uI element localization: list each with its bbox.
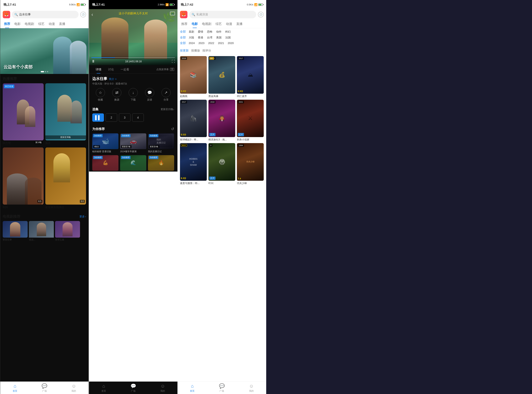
for-you-badge-3: 为你推荐: [149, 134, 158, 137]
tab-tv-3[interactable]: 电视剧: [200, 20, 214, 28]
tab-live-1[interactable]: 直播: [57, 20, 67, 28]
filter-hk[interactable]: 香港: [197, 35, 204, 40]
nav-profile-2[interactable]: ☺ 我的: [148, 384, 177, 393]
nav-home-3[interactable]: ⌂ 首页: [177, 384, 207, 393]
tab-recommend-1[interactable]: 推荐: [2, 20, 12, 28]
nav-home-2[interactable]: ⌂ 首页: [89, 384, 119, 393]
movie-card-yewen[interactable]: 🥋 0 正片 叶问: [209, 143, 235, 185]
rec-refresh-icon[interactable]: ↺: [171, 127, 174, 131]
filter-france[interactable]: 法国: [224, 35, 232, 40]
tab-variety-3[interactable]: 综艺: [214, 20, 224, 28]
movie-card-jinglinglvshe[interactable]: 🧛 2018 正片 精灵旅社3：疯...: [209, 100, 235, 142]
status-right-2: 2.9M/s 📶: [158, 3, 174, 6]
tab-movie-1[interactable]: 电影: [12, 20, 23, 28]
tv-cast-icon[interactable]: 📺: [170, 12, 175, 15]
nav-profile-1[interactable]: ☺ 我的: [59, 384, 89, 393]
tab-movie-3[interactable]: 电影: [189, 20, 200, 28]
video-back-button[interactable]: ‹: [91, 12, 93, 17]
nav-tabs-3: 推荐 电影 电视剧 综艺 动漫 直播: [177, 20, 266, 28]
video-brief-link[interactable]: 简介 >: [109, 77, 117, 81]
search-input-wrap-1[interactable]: 🔍 边水往事: [12, 11, 78, 18]
nav-home-1[interactable]: ⌂ 首页: [0, 384, 30, 393]
history-icon-1[interactable]: 🕐: [80, 12, 86, 17]
episode-btn-2[interactable]: 2: [106, 113, 117, 122]
card-guzhou[interactable]: 更新至36集 孤舟: [45, 83, 86, 145]
rec-card-4[interactable]: 💪 为你推荐: [92, 155, 119, 172]
movie-img-gongfu: 功夫少林 1994 7.4: [237, 143, 264, 181]
action-collect[interactable]: ☆ 收藏: [92, 88, 109, 102]
filter-comedy[interactable]: 喜剧: [188, 30, 195, 34]
movie-card-xingqiu[interactable]: 🦍 2017 8.5分 猩球崛起3：终...: [180, 100, 207, 142]
filter-romance[interactable]: 爱情: [197, 30, 204, 34]
rec-card-6[interactable]: 🔥 为你推荐: [148, 155, 174, 172]
card-gouzhen[interactable]: 8.5 狗阵: [3, 147, 44, 209]
drama-card-2[interactable]: 戏说...: [29, 221, 54, 241]
nav-plaza-2[interactable]: 💬 广场: [119, 384, 148, 393]
detail-tab-discuss[interactable]: 讨论: [105, 65, 117, 73]
filter-action[interactable]: 动作: [215, 30, 223, 34]
tab-recommend-3[interactable]: 推荐: [179, 20, 189, 28]
episode-btn-3[interactable]: 3: [119, 113, 130, 122]
hero-banner-1[interactable]: 云边有个小卖部: [0, 28, 89, 74]
filter-mainland[interactable]: 大陆: [188, 35, 195, 40]
detail-tab-watch[interactable]: 一起看: [117, 65, 133, 73]
fullscreen-button[interactable]: ⛶: [172, 60, 175, 63]
movie-card-heijin[interactable]: 💰 2010 BD 黑金风暴: [209, 56, 235, 98]
search-input-wrap-3[interactable]: 🔍 私藏浪漫: [189, 11, 256, 18]
filter-2024[interactable]: 2024: [188, 41, 196, 45]
episode-header: 选集 更新至15集 ›: [92, 107, 174, 111]
tab-anime-1[interactable]: 动漫: [47, 20, 57, 28]
tab-variety-1[interactable]: 综艺: [36, 20, 47, 28]
tab-live-3[interactable]: 直播: [234, 20, 245, 28]
movie-card-gangrenboqi[interactable]: ⛰ 2017 8.9分 冈仁波齐: [237, 56, 264, 98]
video-player[interactable]: 🌿 ‹ 这小子的眼神儿不太对 📺 ⏸ 18:14/01:06:16 ⛶: [89, 9, 177, 65]
rec-card-5[interactable]: 🌊 为你推荐: [120, 155, 146, 172]
history-icon-3[interactable]: 🕐: [258, 12, 264, 17]
filter-label-region: 全部: [180, 36, 188, 39]
filter-2021[interactable]: 2021: [217, 41, 225, 45]
danmaku-button[interactable]: 点我发弹幕 弹: [156, 65, 174, 73]
filter-scifi[interactable]: 科幻: [224, 30, 232, 34]
sort-by-rating[interactable]: 按评分: [202, 49, 211, 52]
video-detail-meta: 中国大陆 · 评分:9.0 · 观看487次: [92, 82, 174, 86]
progress-bar[interactable]: [91, 57, 175, 58]
episode-btn-1[interactable]: ▌▌: [92, 113, 104, 122]
filter-taiwan[interactable]: 台湾: [206, 35, 214, 40]
movie-title-xingqiu: 猩球崛起3：终...: [180, 138, 207, 141]
filter-2022[interactable]: 2022: [207, 41, 215, 45]
nav-plaza-1[interactable]: 💬 广场: [30, 384, 59, 393]
feedback-icon: 💬: [145, 88, 154, 97]
nav-plaza-3[interactable]: 💬 广场: [207, 384, 236, 393]
nav-profile-3[interactable]: ☺ 我的: [237, 384, 266, 393]
movie-card-gongfu[interactable]: 功夫少林 1994 7.4 功夫少林: [237, 143, 264, 185]
year-badge-xingqiu: 2017: [181, 100, 187, 104]
sort-by-update[interactable]: 按更新: [180, 49, 189, 52]
sort-by-play[interactable]: 按播放: [191, 49, 200, 52]
card-sifangguan[interactable]: 你正在追 第14集 四方馆: [3, 83, 44, 145]
rec-card-whale[interactable]: 🐋 为你推荐 4集全 鲸的秘密 普通话版: [92, 133, 119, 153]
action-source[interactable]: ⇄ 换源: [109, 88, 125, 102]
rec-card-car[interactable]: 🚗 为你推荐 更新至7集 2024懂车帝夏测: [120, 133, 146, 153]
movie-card-qipaoxian[interactable]: 📚 2018 9.0分 起跑线: [180, 56, 207, 98]
episode-btn-4[interactable]: 4: [132, 113, 144, 122]
rec-card-live[interactable]: 我的直播日记 为你推荐 更新至8集 我的直播日记: [148, 133, 174, 153]
movie-card-cisha[interactable]: ⚔ 2021 正片 刺杀小说家: [237, 100, 264, 142]
movie-card-suzhuang[interactable]: HOBBS&SHAW IMAX 8.3分 速度与激情：特...: [180, 143, 207, 185]
action-share[interactable]: ↗ 分享: [158, 88, 174, 102]
drama-card-3[interactable]: 珠帘玉幕: [55, 221, 80, 241]
action-download[interactable]: ↓ 下载: [125, 88, 141, 102]
card-huanying[interactable]: 9.0 欢迎来到我身边: [45, 147, 86, 209]
tab-anime-3[interactable]: 动漫: [224, 20, 234, 28]
drama-section-header-1: 电视剧推荐 更多 ›: [3, 214, 86, 219]
filter-horror[interactable]: 恐怖: [206, 30, 214, 34]
detail-tab-info[interactable]: 详情: [92, 65, 105, 73]
drama-more-1[interactable]: 更多 ›: [79, 215, 86, 218]
filter-2023[interactable]: 2023: [197, 41, 206, 45]
filter-usa[interactable]: 美国: [215, 35, 223, 40]
play-pause-button[interactable]: ⏸: [91, 59, 95, 63]
filter-2020[interactable]: 2020: [226, 41, 235, 45]
tab-tv-1[interactable]: 电视剧: [23, 20, 36, 28]
action-feedback[interactable]: 💬 反馈: [141, 88, 158, 102]
episode-more[interactable]: 更新至15集 ›: [161, 108, 174, 111]
drama-card-1[interactable]: 密室往事: [3, 221, 28, 241]
